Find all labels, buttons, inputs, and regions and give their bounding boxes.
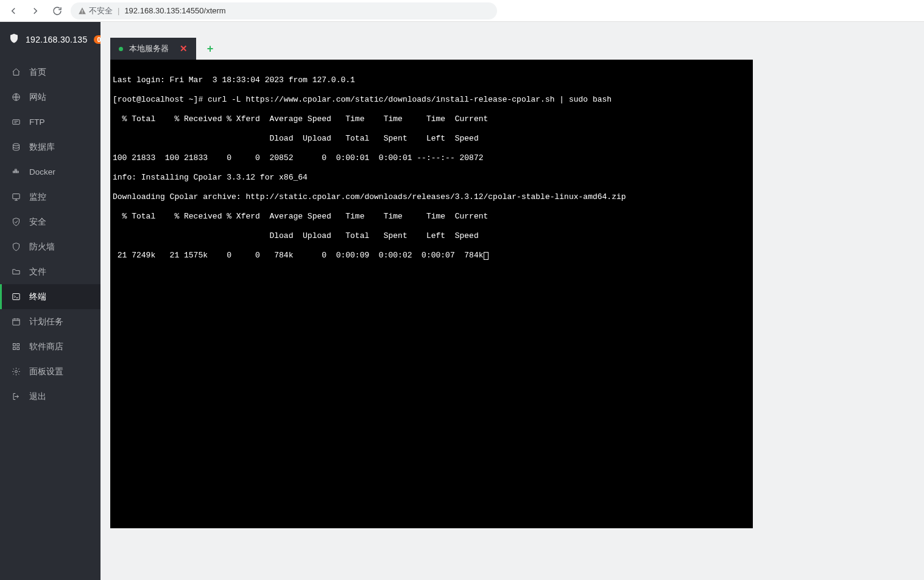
sidebar-header: 192.168.30.135 0	[0, 22, 101, 57]
sidebar-item-label: 首页	[29, 67, 46, 78]
add-tab-button[interactable]: +	[201, 39, 219, 58]
sidebar-item-files[interactable]: 文件	[0, 259, 101, 284]
monitor-icon	[11, 192, 21, 202]
svg-point-4	[13, 144, 19, 146]
forward-button[interactable]	[27, 2, 44, 19]
sidebar-item-terminal[interactable]: 终端	[0, 284, 101, 309]
sidebar-item-label: 退出	[29, 391, 46, 402]
folder-icon	[11, 267, 21, 277]
sidebar-item-db[interactable]: 数据库	[0, 135, 101, 159]
sidebar: 192.168.30.135 0 首页 网站 FTP 数据库	[0, 22, 101, 580]
sidebar-item-label: FTP	[29, 117, 45, 127]
svg-rect-6	[15, 171, 16, 173]
apps-icon	[11, 342, 21, 352]
term-line: Downloading Cpolar archive: http://stati…	[113, 192, 750, 202]
sidebar-item-firewall[interactable]: 防火墙	[0, 234, 101, 259]
term-line-last: 21 7249k 21 1575k 0 0 784k 0 0:00:09 0:0…	[113, 251, 750, 260]
home-icon	[11, 68, 21, 77]
calendar-icon	[11, 317, 21, 327]
shield-icon	[9, 33, 19, 46]
server-ip: 192.168.30.135	[26, 35, 88, 44]
sidebar-item-label: Docker	[29, 167, 55, 176]
sidebar-item-settings[interactable]: 面板设置	[0, 359, 101, 384]
term-line: info: Installing Cpolar 3.3.12 for x86_6…	[113, 173, 750, 183]
sidebar-item-label: 终端	[29, 292, 46, 302]
terminal-icon	[11, 292, 21, 302]
sidebar-item-label: 面板设置	[29, 366, 63, 377]
insecure-warning: 不安全	[78, 5, 113, 16]
sidebar-item-logout[interactable]: 退出	[0, 384, 101, 409]
sidebar-item-label: 计划任务	[29, 316, 63, 327]
sidebar-item-security[interactable]: 安全	[0, 209, 101, 234]
ftp-icon	[11, 117, 21, 127]
app-root: 192.168.30.135 0 首页 网站 FTP 数据库	[0, 22, 924, 580]
reload-button[interactable]	[49, 2, 66, 19]
terminal-output[interactable]: Last login: Fri Mar 3 18:33:04 2023 from…	[110, 60, 753, 528]
svg-rect-12	[13, 344, 15, 346]
term-text: 21 7249k 21 1575k 0 0 784k 0 0:00:09 0:0…	[113, 251, 484, 260]
sidebar-item-label: 网站	[29, 92, 46, 103]
sidebar-item-home[interactable]: 首页	[0, 60, 101, 85]
svg-rect-9	[12, 194, 19, 199]
sidebar-item-label: 软件商店	[29, 341, 63, 352]
svg-rect-10	[12, 294, 19, 300]
close-icon[interactable]: ✕	[180, 43, 188, 54]
svg-rect-13	[16, 344, 19, 346]
address-separator: |	[118, 6, 119, 15]
firewall-icon	[11, 242, 21, 252]
tab-label: 本地服务器	[129, 43, 169, 54]
cursor-icon	[484, 252, 488, 260]
term-line: [root@localhost ~]# curl -L https://www.…	[113, 95, 750, 105]
svg-rect-7	[16, 171, 18, 173]
term-line: Dload Upload Total Spent Left Speed	[113, 134, 750, 144]
svg-rect-3	[12, 120, 19, 125]
term-line: Dload Upload Total Spent Left Speed	[113, 231, 750, 241]
address-bar[interactable]: 不安全 | 192.168.30.135:14550/xterm	[71, 2, 497, 19]
sidebar-item-label: 安全	[29, 217, 46, 228]
insecure-label: 不安全	[89, 5, 113, 16]
sidebar-item-label: 监控	[29, 192, 46, 203]
sidebar-item-label: 文件	[29, 267, 46, 278]
sidebar-item-label: 防火墙	[29, 242, 55, 253]
back-button[interactable]	[5, 2, 22, 19]
sidebar-item-cron[interactable]: 计划任务	[0, 309, 101, 334]
sidebar-menu: 首页 网站 FTP 数据库 Docker 监控	[0, 57, 101, 409]
terminal-tabs: 本地服务器 ✕ +	[110, 38, 914, 60]
url-text: 192.168.30.135:14550/xterm	[124, 6, 225, 15]
sidebar-item-monitor[interactable]: 监控	[0, 184, 101, 209]
term-line: 100 21833 100 21833 0 0 20852 0 0:00:01 …	[113, 153, 750, 163]
term-line: % Total % Received % Xferd Average Speed…	[113, 212, 750, 222]
sidebar-item-docker[interactable]: Docker	[0, 159, 101, 184]
sidebar-item-ftp[interactable]: FTP	[0, 110, 101, 135]
database-icon	[11, 142, 21, 152]
term-line: Last login: Fri Mar 3 18:33:04 2023 from…	[113, 75, 750, 85]
svg-rect-5	[13, 171, 15, 173]
main-content: 本地服务器 ✕ + Last login: Fri Mar 3 18:33:04…	[101, 22, 924, 580]
svg-rect-8	[15, 169, 16, 171]
logout-icon	[11, 392, 21, 402]
svg-rect-11	[12, 319, 19, 325]
svg-rect-15	[16, 348, 19, 350]
docker-icon	[11, 167, 21, 177]
sidebar-item-store[interactable]: 软件商店	[0, 334, 101, 359]
terminal-tab-local[interactable]: 本地服务器 ✕	[110, 38, 196, 60]
svg-point-16	[15, 371, 17, 373]
term-line: % Total % Received % Xferd Average Speed…	[113, 114, 750, 124]
sidebar-item-site[interactable]: 网站	[0, 85, 101, 110]
gear-icon	[11, 367, 21, 377]
sidebar-item-label: 数据库	[29, 142, 55, 153]
globe-icon	[11, 93, 21, 102]
svg-rect-0	[82, 10, 82, 12]
browser-toolbar: 不安全 | 192.168.30.135:14550/xterm	[0, 0, 924, 22]
svg-rect-14	[13, 348, 15, 350]
status-dot-icon	[119, 47, 123, 51]
svg-rect-1	[82, 12, 82, 13]
shield-check-icon	[11, 217, 21, 227]
